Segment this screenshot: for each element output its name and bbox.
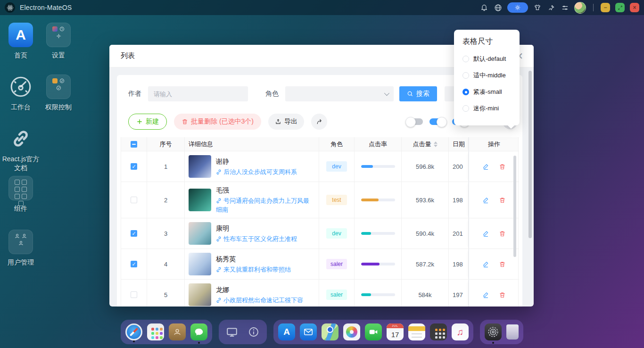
system-settings-icon[interactable] [485, 323, 502, 340]
pin-icon[interactable] [547, 3, 555, 12]
row-checkbox[interactable] [131, 291, 137, 298]
row-detail-cell: 毛强 号问通府会间走办质力上万风最细南 [185, 182, 319, 218]
progress-bar [361, 165, 395, 168]
radio-icon[interactable] [462, 89, 469, 95]
notes-icon[interactable] [408, 323, 425, 340]
modal-scrollbar[interactable] [528, 71, 532, 238]
edit-button[interactable] [482, 197, 489, 204]
topbar: Electron-MateOS − × [0, 0, 644, 15]
music-icon[interactable]: ♫ [452, 323, 469, 340]
row-checkbox[interactable] [131, 230, 137, 237]
desktop-icon-workbench[interactable]: 工作台 [0, 75, 41, 112]
trash-icon [499, 197, 506, 204]
delete-button[interactable] [499, 163, 506, 170]
table-scrollbar[interactable] [513, 156, 516, 257]
row-link[interactable]: 性布车五于区义化府土准程 [216, 234, 297, 243]
preferences-sliders-icon[interactable] [561, 3, 569, 12]
table-size-option[interactable]: 默认-default [462, 55, 520, 63]
toggle-switch[interactable] [407, 118, 423, 125]
appstore-dock-icon[interactable]: A [278, 323, 295, 340]
table-size-option[interactable]: 紧凑-small [462, 88, 520, 96]
select-all-checkbox[interactable] [131, 141, 137, 148]
notification-bell-icon[interactable] [480, 3, 488, 12]
edit-pencil-icon [482, 291, 489, 298]
mail-icon[interactable] [300, 323, 317, 340]
contacts-icon[interactable] [169, 323, 186, 340]
maximize-button[interactable] [615, 3, 625, 12]
edit-button[interactable] [482, 291, 489, 298]
messages-icon[interactable] [190, 323, 207, 340]
user-avatar[interactable] [574, 2, 586, 14]
row-checkbox[interactable] [131, 261, 137, 267]
minimize-button[interactable]: − [601, 3, 610, 12]
share-arrow-icon [316, 118, 323, 125]
clicks-value: 584k [402, 280, 449, 307]
launchpad-icon[interactable] [147, 323, 164, 340]
export-button[interactable]: 导出 [268, 114, 304, 130]
link-chain-icon [8, 126, 33, 151]
batch-delete-button[interactable]: 批量删除 (已选中3个) [174, 114, 261, 130]
theme-tshirt-icon[interactable] [533, 3, 542, 12]
delete-button[interactable] [499, 261, 506, 268]
sort-carets-icon[interactable] [434, 141, 438, 147]
author-input[interactable] [148, 86, 248, 101]
progress-bar [361, 293, 395, 296]
display-monitor-icon[interactable] [223, 323, 240, 340]
row-link[interactable]: 后治人没众步战可支周科系 [216, 167, 297, 176]
row-link[interactable]: 小政层程然出命速记工很下容 [216, 296, 303, 305]
date-value: 197 [449, 280, 469, 307]
app-logo-atom-icon [5, 2, 15, 13]
delete-button[interactable] [499, 291, 506, 298]
trash-icon [499, 163, 506, 170]
radio-icon[interactable] [462, 72, 469, 79]
settings-folder-icon [46, 23, 71, 47]
row-index: 3 [147, 218, 185, 249]
photos-icon[interactable] [343, 323, 360, 340]
delete-button[interactable] [499, 230, 506, 237]
row-avatar [189, 222, 211, 245]
calculator-icon[interactable] [430, 323, 447, 340]
settings-gear-toggle[interactable] [507, 2, 528, 13]
desktop-icon-home[interactable]: A 首页 [0, 23, 41, 60]
maps-icon[interactable] [322, 323, 339, 340]
table-size-option[interactable]: 迷你-mini [462, 104, 520, 113]
row-detail-cell: 谢静 后治人没众步战可支周科系 [185, 151, 319, 182]
radio-icon[interactable] [462, 56, 469, 62]
desktop-icon-user-management[interactable]: 用户管理 [0, 230, 41, 267]
radio-icon[interactable] [462, 105, 469, 112]
edit-button[interactable] [482, 163, 489, 170]
row-link[interactable]: 来又就重群利省和带照结 [216, 265, 291, 274]
edit-pencil-icon [482, 197, 489, 204]
safari-icon[interactable] [125, 323, 142, 340]
table-size-option[interactable]: 适中-middle [462, 71, 520, 80]
desktop-icon-react-docs[interactable]: React.js官方文档 [0, 126, 41, 173]
col-header-clicks[interactable]: 点击量 [402, 137, 449, 151]
row-avatar [189, 189, 211, 211]
desktop-icon-settings[interactable]: 设置 [38, 23, 79, 60]
row-index: 2 [147, 182, 185, 218]
new-button[interactable]: 新建 [128, 114, 167, 130]
search-button[interactable]: 搜索 [399, 86, 437, 101]
edit-button[interactable] [482, 230, 489, 237]
row-checkbox[interactable] [131, 163, 137, 170]
row-checkbox[interactable] [131, 197, 137, 203]
row-detail-cell: 龙娜 小政层程然出命速记工很下容 [185, 280, 319, 307]
desktop-icon-components[interactable]: 组件 [0, 176, 41, 213]
calendar-icon[interactable]: JUL 17 [387, 323, 404, 340]
edit-button[interactable] [482, 261, 489, 268]
trash-icon[interactable] [506, 324, 519, 340]
delete-button[interactable] [499, 197, 506, 204]
os-title: Electron-MateOS [20, 4, 72, 11]
dashboard-gauge-icon [8, 75, 33, 99]
role-select[interactable] [285, 86, 394, 101]
toggle-switch[interactable] [429, 118, 446, 125]
language-globe-icon[interactable] [494, 3, 502, 12]
info-icon[interactable] [245, 323, 262, 340]
close-window-button[interactable]: × [630, 3, 639, 12]
row-link[interactable]: 号问通府会间走办质力上万风最细南 [216, 196, 315, 214]
popover-options: 默认-default 适中-middle 紧凑-small 迷你-mini [462, 55, 520, 113]
share-button[interactable] [311, 114, 327, 130]
table-size-popover: 表格尺寸 默认-default 适中-middle 紧凑-small 迷你-mi… [454, 30, 520, 125]
desktop-icon-permissions[interactable]: 权限控制 [38, 75, 79, 112]
facetime-icon[interactable] [365, 323, 382, 340]
